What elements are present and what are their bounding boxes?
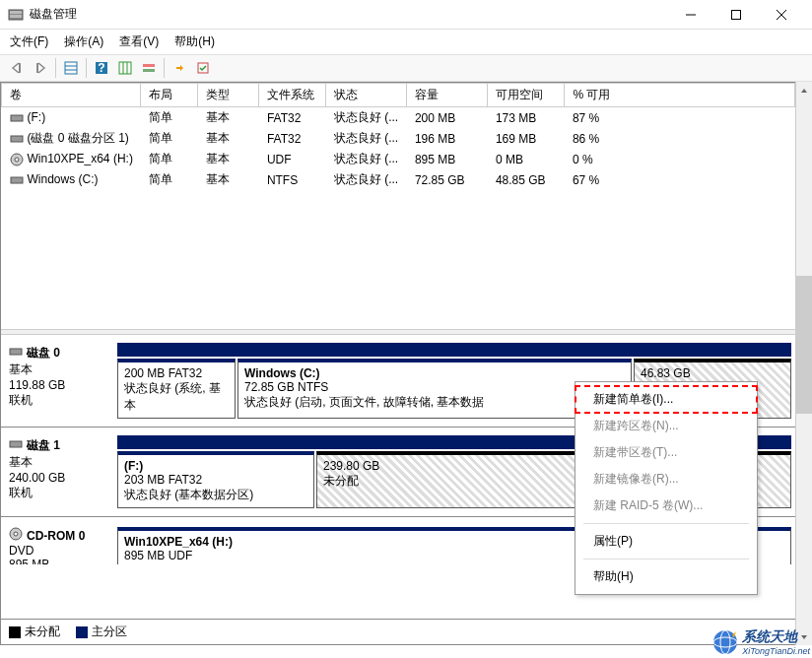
close-button[interactable] — [759, 0, 804, 30]
volume-icon — [10, 111, 24, 125]
svg-rect-24 — [11, 177, 23, 183]
toolbar-separator — [164, 58, 165, 78]
disk-label[interactable]: CD-ROM 0 DVD 895 MB — [5, 525, 113, 564]
partition-status: 状态良好 (启动, 页面文件, 故障转储, 基本数据 — [244, 394, 625, 411]
table-row[interactable]: Windows (C:)简单基本NTFS状态良好 (...72.85 GB48.… — [2, 169, 795, 190]
table-row[interactable]: (磁盘 0 磁盘分区 1)简单基本FAT32状态良好 (...196 MB169… — [2, 128, 795, 149]
disk-size: 895 MB — [9, 558, 109, 564]
disk-label[interactable]: 磁盘 0 基本 119.88 GB 联机 — [5, 343, 113, 419]
scroll-thumb[interactable] — [796, 276, 812, 414]
settings-button[interactable] — [114, 57, 136, 79]
partition-size: 72.85 GB NTFS — [244, 380, 625, 394]
menu-help[interactable]: 帮助(H) — [575, 563, 757, 590]
partition-status: 状态良好 (系统, 基本 — [124, 380, 229, 414]
menu-bar: 文件(F) 操作(A) 查看(V) 帮助(H) — [0, 30, 812, 54]
svg-rect-21 — [11, 136, 23, 142]
legend: 未分配 主分区 — [1, 619, 795, 644]
title-bar: 磁盘管理 — [0, 0, 812, 30]
refresh-button[interactable] — [169, 57, 190, 79]
menu-new-spanned-volume[interactable]: 新建跨区卷(N)... — [575, 413, 757, 439]
disk-name: 磁盘 1 — [27, 437, 60, 454]
disk-label[interactable]: 磁盘 1 基本 240.00 GB 联机 — [5, 435, 113, 508]
volume-icon — [10, 173, 24, 187]
menu-file[interactable]: 文件(F) — [10, 33, 48, 50]
legend-primary: 主分区 — [76, 624, 127, 640]
disk-name: 磁盘 0 — [27, 345, 60, 362]
svg-point-28 — [14, 532, 18, 536]
svg-rect-18 — [143, 69, 155, 72]
menu-new-raid5-volume[interactable]: 新建 RAID-5 卷(W)... — [575, 493, 757, 519]
svg-rect-17 — [143, 64, 155, 67]
svg-rect-25 — [10, 349, 22, 355]
disk-type: 基本 — [9, 454, 109, 471]
watermark-text: 系统天地 XiTongTianDi.net — [742, 628, 810, 656]
help-button[interactable]: ? — [91, 57, 112, 79]
svg-rect-1 — [10, 11, 22, 14]
menu-new-mirrored-volume[interactable]: 新建镜像卷(R)... — [575, 466, 757, 493]
col-volume[interactable]: 卷 — [2, 84, 141, 107]
volume-list: 卷 布局 类型 文件系统 状态 容量 可用空间 % 可用 (F:)简单基本FAT… — [1, 83, 795, 329]
col-capacity[interactable]: 容量 — [407, 84, 488, 107]
table-header: 卷 布局 类型 文件系统 状态 容量 可用空间 % 可用 — [2, 84, 795, 107]
watermark: 系统天地 XiTongTianDi.net — [712, 628, 810, 656]
svg-rect-2 — [10, 15, 22, 18]
app-icon — [8, 7, 24, 23]
volume-icon — [10, 132, 24, 146]
forward-button[interactable] — [30, 57, 51, 79]
svg-rect-8 — [36, 63, 38, 73]
col-free[interactable]: 可用空间 — [488, 84, 565, 107]
swatch-primary-icon — [76, 626, 88, 638]
table-row[interactable]: Win10XPE_x64 (H:)简单基本UDF状态良好 (...895 MB0… — [2, 149, 795, 169]
col-type[interactable]: 类型 — [198, 84, 259, 107]
view-list-button[interactable] — [60, 57, 82, 79]
partition[interactable]: Windows (C:) 72.85 GB NTFS 状态良好 (启动, 页面文… — [237, 359, 632, 419]
col-fs[interactable]: 文件系统 — [259, 84, 326, 107]
menu-new-simple-volume[interactable]: 新建简单卷(I)... — [575, 386, 757, 413]
swatch-unallocated-icon — [9, 626, 21, 638]
col-layout[interactable]: 布局 — [141, 84, 198, 107]
svg-rect-26 — [10, 441, 22, 447]
vertical-scrollbar[interactable] — [795, 82, 812, 645]
svg-rect-7 — [19, 63, 21, 73]
partition-name: Windows (C:) — [244, 366, 625, 380]
menu-action[interactable]: 操作(A) — [64, 33, 103, 50]
svg-rect-4 — [732, 10, 741, 19]
scroll-up-icon[interactable] — [796, 82, 812, 99]
table-row[interactable]: (F:)简单基本FAT32状态良好 (...200 MB173 MB87 % — [2, 107, 795, 129]
partition-size: 46.83 GB — [641, 366, 784, 380]
svg-rect-20 — [11, 115, 23, 121]
menu-new-striped-volume[interactable]: 新建带区卷(T)... — [575, 439, 757, 466]
maximize-button[interactable] — [713, 0, 759, 30]
svg-rect-9 — [65, 62, 77, 74]
legend-unallocated: 未分配 — [9, 624, 60, 640]
disk-icon — [9, 345, 23, 362]
col-status[interactable]: 状态 — [326, 84, 407, 107]
toolbar-separator — [55, 58, 56, 78]
col-pctfree[interactable]: % 可用 — [565, 84, 795, 107]
disk-size: 240.00 GB — [9, 471, 109, 485]
partition[interactable]: (F:) 203 MB FAT32 状态良好 (基本数据分区) — [117, 451, 314, 508]
graphical-button[interactable] — [138, 57, 160, 79]
menu-separator — [583, 559, 749, 559]
properties-button[interactable] — [192, 57, 214, 79]
menu-help[interactable]: 帮助(H) — [174, 33, 215, 50]
minimize-button[interactable] — [668, 0, 713, 30]
svg-point-23 — [15, 158, 19, 162]
partition-status: 状态良好 (基本数据分区) — [124, 487, 307, 503]
disk-state: 联机 — [9, 485, 109, 501]
volume-icon — [10, 153, 24, 166]
disk-type: 基本 — [9, 362, 109, 378]
window-title: 磁盘管理 — [30, 6, 668, 23]
toolbar-separator — [86, 58, 87, 78]
menu-view[interactable]: 查看(V) — [119, 33, 159, 50]
disk-state: 联机 — [9, 392, 109, 409]
toolbar: ? — [0, 54, 812, 82]
svg-rect-14 — [119, 62, 131, 74]
menu-properties[interactable]: 属性(P) — [575, 528, 757, 555]
disk-header-bar — [117, 343, 791, 357]
partition-size: 203 MB FAT32 — [124, 473, 307, 487]
partition[interactable]: 200 MB FAT32 状态良好 (系统, 基本 — [117, 359, 236, 419]
globe-icon — [712, 629, 738, 655]
back-button[interactable] — [6, 57, 28, 79]
partition-name: (F:) — [124, 459, 307, 473]
